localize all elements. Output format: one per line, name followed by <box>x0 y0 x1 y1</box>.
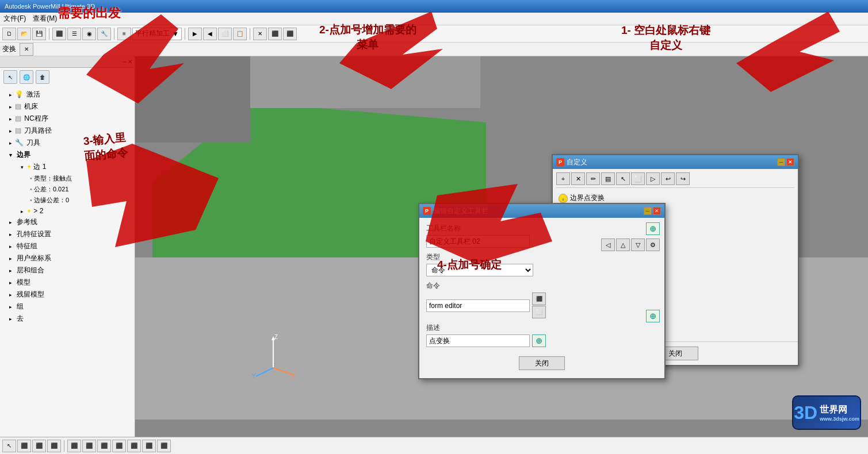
cust-icon8[interactable]: ↩ <box>661 172 675 185</box>
dialog-edit-min[interactable]: ─ <box>644 207 652 215</box>
dialog-custom-titlebar[interactable]: P 自定义 ─ ✕ <box>553 155 798 169</box>
cust-icon1[interactable]: + <box>556 172 570 185</box>
cust-icon6[interactable]: ⬜ <box>631 172 645 185</box>
cust-icon9[interactable]: ↪ <box>676 172 690 185</box>
gear-btn[interactable]: ⚙ <box>646 238 660 251</box>
tree-item-layer[interactable]: ▸ 层和组合 <box>0 264 135 276</box>
tree-item-tool[interactable]: ▸🔧 刀具 <box>0 137 135 149</box>
dialog-edit-titlebar[interactable]: P 编辑自定义工具栏 ─ ✕ <box>419 204 664 218</box>
sep4 <box>250 28 250 40</box>
svg-text:Y: Y <box>252 373 256 379</box>
tb10[interactable]: ✕ <box>253 28 267 40</box>
toolbar-name-input[interactable] <box>426 235 530 248</box>
sep2 <box>114 28 114 40</box>
tree-item-residual[interactable]: ▸ 残留模型 <box>0 288 135 301</box>
dialog-custom-close-x[interactable]: ✕ <box>786 158 794 166</box>
up-btn[interactable]: △ <box>616 238 630 251</box>
tree-item-hole[interactable]: ▸ 孔特征设置 <box>0 228 135 240</box>
command-field: 命令 ⬛ ⬜ <box>426 281 657 318</box>
tree-item-activate[interactable]: ▸💡 激活 <box>0 89 135 101</box>
bot-btn2[interactable]: ⬛ <box>17 440 31 452</box>
bot-btn9[interactable]: ⬛ <box>127 440 141 452</box>
add-to-list-btn[interactable]: ⊕ <box>646 310 660 322</box>
bot-btn7[interactable]: ⬛ <box>97 440 111 452</box>
tree-item-refline[interactable]: ▸ 参考线 <box>0 216 135 228</box>
left-panel: ─ ✕ ↖ 🌐 🗑 ▸💡 激活 ▸▤ 机床 ▸▤ NC程序 <box>0 56 135 437</box>
dialog-edit-close-x[interactable]: ✕ <box>653 207 661 215</box>
type-select[interactable]: 命令 <box>426 264 533 276</box>
tb8[interactable]: ⬜ <box>218 28 232 40</box>
new-btn[interactable]: 🗋 <box>2 28 16 40</box>
panel-icons: ↖ 🌐 🗑 <box>0 68 135 86</box>
tb6[interactable]: ▶ <box>188 28 202 40</box>
bot-btn1[interactable]: ↖ <box>2 440 16 452</box>
cust-icon4[interactable]: ▤ <box>601 172 615 185</box>
dialog-custom-min[interactable]: ─ <box>777 158 785 166</box>
dialog-edit-close-btn[interactable]: 关闭 <box>519 356 565 370</box>
bot-btn6[interactable]: ⬛ <box>82 440 96 452</box>
save-btn[interactable]: 💾 <box>32 28 46 40</box>
panel-close[interactable]: ✕ <box>128 59 132 65</box>
back-btn[interactable]: ◁ <box>601 238 615 251</box>
bot-btn10[interactable]: ⬛ <box>142 440 156 452</box>
bot-btn11[interactable]: ⬛ <box>157 440 171 452</box>
tb4[interactable]: 🔧 <box>97 28 111 40</box>
dropdown-arrow[interactable]: ▼ <box>172 30 179 38</box>
logo-inner: 3D 世界网 www.3dsjw.com <box>794 402 859 424</box>
transform-toolbar: 变换 ✕ <box>0 43 868 56</box>
command-input[interactable] <box>426 299 530 312</box>
sep3 <box>185 28 185 40</box>
3d-viewport[interactable]: Z Y X P 编辑自定义工具栏 ─ <box>135 56 868 437</box>
tree-item-boundary[interactable]: ▾ 边界 <box>0 149 135 161</box>
tree-item-machine[interactable]: ▸▤ 机床 <box>0 101 135 113</box>
transform-label: 变换 <box>2 44 18 54</box>
tree-item-model[interactable]: ▸ 模型 <box>0 276 135 288</box>
tb11[interactable]: ⬛ <box>268 28 282 40</box>
tree-item-go[interactable]: ▸ 去 <box>0 313 135 325</box>
tb9[interactable]: 📋 <box>233 28 247 40</box>
menu-file[interactable]: 文件(F) <box>3 14 26 24</box>
icon-globe[interactable]: 🌐 <box>20 70 33 84</box>
cust-icon7[interactable]: ▷ <box>646 172 660 185</box>
tree-item-feature[interactable]: ▸ 特征组 <box>0 240 135 252</box>
tb3[interactable]: ◉ <box>82 28 96 40</box>
bot-btn4[interactable]: ⬛ <box>47 440 61 452</box>
bot-btn8[interactable]: ⬛ <box>112 440 126 452</box>
tb2[interactable]: ☰ <box>67 28 81 40</box>
add-icon-btn[interactable]: ⊕ <box>646 222 660 235</box>
tree-item-type: • 类型：接触点 <box>21 173 135 184</box>
bottom-toolbar: ↖ ⬛ ⬛ ⬛ ⬛ ⬛ ⬛ ⬛ ⬛ ⬛ ⬛ <box>0 437 868 454</box>
icon-cursor[interactable]: ↖ <box>3 70 17 84</box>
t-btn-close[interactable]: ✕ <box>20 43 33 56</box>
tb7[interactable]: ◀ <box>203 28 217 40</box>
open-btn[interactable]: 📂 <box>17 28 31 40</box>
bot-btn3[interactable]: ⬛ <box>32 440 46 452</box>
tb1[interactable]: ⬛ <box>52 28 66 40</box>
desc-field: 描述 ⊕ <box>426 323 657 347</box>
panel-min[interactable]: ─ <box>123 59 127 65</box>
desc-add-btn[interactable]: ⊕ <box>532 334 546 347</box>
add-row-area: ⊕ <box>646 310 660 322</box>
tree-item-b1[interactable]: ▾✦ 边 1 <box>12 161 135 173</box>
dialog-edit-title: 编辑自定义工具栏 <box>433 206 488 216</box>
desc-input[interactable] <box>426 334 530 347</box>
cust-icon5[interactable]: ↖ <box>616 172 630 185</box>
strategy-dropdown[interactable]: 平行精加工 ▼ <box>132 28 182 40</box>
tree-item-nc[interactable]: ▸▤ NC程序 <box>0 113 135 125</box>
tree-item-group[interactable]: ▸ 组 <box>0 301 135 313</box>
cmd-icon1[interactable]: ⬛ <box>532 293 546 305</box>
menu-view[interactable]: 查看(M) <box>33 14 57 24</box>
bot-btn5[interactable]: ⬛ <box>67 440 81 452</box>
down-btn[interactable]: ▽ <box>631 238 645 251</box>
desc-label: 描述 <box>426 323 657 333</box>
cust-icon3[interactable]: ✏ <box>586 172 600 185</box>
tb12[interactable]: ⬛ <box>283 28 297 40</box>
tb5[interactable]: ≡ <box>117 28 131 40</box>
cust-icon2[interactable]: ✕ <box>571 172 585 185</box>
tree-item-b2[interactable]: ▸✦ > 2 <box>12 206 135 216</box>
tree-item-ucs[interactable]: ▸ 用户坐标系 <box>0 252 135 264</box>
icon-trash[interactable]: 🗑 <box>36 70 49 84</box>
cmd-icon2[interactable]: ⬜ <box>532 306 546 318</box>
tree-item-toolpath[interactable]: ▸▤ 刀具路径 <box>0 125 135 137</box>
bulb-icon-1: 💡 <box>559 194 568 203</box>
